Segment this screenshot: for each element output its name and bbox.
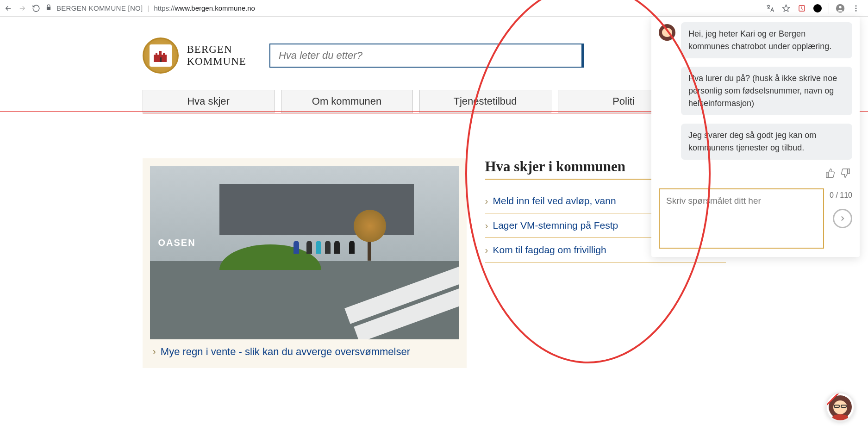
seal-icon: [143, 37, 179, 74]
site-logo[interactable]: BERGEN KOMMUNE: [143, 37, 246, 74]
chatbot-panel: Hei, jeg heter Kari og er Bergen kommune…: [651, 17, 860, 257]
site-search: [269, 44, 584, 68]
svg-point-5: [856, 10, 857, 11]
browser-toolbar: BERGEN KOMMUNE [NO] | https://www.bergen…: [0, 0, 868, 17]
browser-actions: [766, 3, 864, 14]
nav-tab-hva-skjer[interactable]: Hva skjer: [143, 90, 275, 113]
nav-tab-tjenestetilbud[interactable]: Tjenestetilbud: [419, 90, 551, 113]
kebab-menu-icon[interactable]: [851, 4, 861, 13]
feature-card[interactable]: OASEN › Mye regn i vente - slik kan du a…: [143, 158, 467, 368]
news-item-label: Lager VM-stemning på Festp: [493, 220, 618, 231]
search-button[interactable]: [581, 44, 584, 68]
chevron-right-icon: ›: [153, 346, 156, 358]
extension-dot-icon[interactable]: [813, 4, 822, 13]
page-content: BERGEN KOMMUNE Hva skjer Om kommunen Tje…: [143, 17, 726, 113]
chevron-right-icon: ›: [485, 220, 488, 231]
news-item-label: Kom til fagdag om frivilligh: [493, 244, 606, 256]
svg-point-2: [839, 6, 841, 8]
site-header: BERGEN KOMMUNE: [143, 37, 726, 90]
chat-bubble: Hei, jeg heter Kari og er Bergen kommune…: [681, 22, 852, 58]
chat-message: Jeg svarer deg så godt jeg kan om kommun…: [659, 124, 852, 160]
shield-icon[interactable]: [797, 4, 806, 13]
chat-input[interactable]: [659, 188, 824, 249]
star-icon[interactable]: [781, 4, 791, 13]
profile-icon[interactable]: [836, 4, 845, 13]
chat-bubble: Hva lurer du på? (husk å ikke skrive noe…: [681, 67, 852, 115]
chat-feedback: [651, 168, 860, 182]
url-text: https://www.bergen.kommune.no: [154, 4, 255, 12]
chat-send-button[interactable]: [833, 209, 852, 228]
feature-image: OASEN: [150, 166, 459, 339]
main-grid: OASEN › Mye regn i vente - slik kan du a…: [143, 134, 726, 382]
address-bar[interactable]: BERGEN KOMMUNE [NO] | https://www.bergen…: [45, 4, 761, 12]
nav-tab-om-kommunen[interactable]: Om kommunen: [281, 90, 413, 113]
translate-icon[interactable]: [766, 4, 775, 13]
chat-char-counter: 0 / 110: [830, 191, 852, 200]
site-identity: BERGEN KOMMUNE [NO]: [56, 4, 143, 12]
image-text-oasen: OASEN: [158, 237, 196, 248]
search-input[interactable]: [269, 44, 581, 68]
chat-input-area: 0 / 110: [659, 188, 852, 249]
forward-icon: [18, 4, 27, 13]
back-icon[interactable]: [4, 4, 13, 13]
feature-headline: Mye regn i vente - slik kan du avverge o…: [161, 346, 410, 358]
reload-icon[interactable]: [31, 4, 41, 13]
thumbs-down-icon[interactable]: [840, 168, 850, 178]
chatbot-avatar-icon: [659, 24, 675, 41]
svg-point-4: [856, 7, 857, 9]
chevron-right-icon: ›: [485, 244, 488, 256]
main-nav: Hva skjer Om kommunen Tjenestetilbud Pol…: [143, 90, 726, 113]
thumbs-up-icon[interactable]: [825, 168, 836, 178]
chat-message: Hei, jeg heter Kari og er Bergen kommune…: [659, 22, 852, 58]
divider: [829, 3, 829, 14]
chat-message: Hva lurer du på? (husk å ikke skrive noe…: [659, 67, 852, 115]
logo-text: BERGEN KOMMUNE: [187, 44, 246, 68]
news-item-label: Meld inn feil ved avløp, vann: [493, 195, 616, 206]
separator: |: [148, 4, 150, 12]
chevron-right-icon: ›: [485, 195, 488, 206]
chat-bubble: Jeg svarer deg så godt jeg kan om kommun…: [681, 124, 852, 160]
lock-icon: [45, 4, 52, 12]
feature-headline-link[interactable]: › Mye regn i vente - slik kan du avverge…: [150, 339, 459, 361]
chat-messages: Hei, jeg heter Kari og er Bergen kommune…: [651, 22, 860, 160]
svg-point-3: [856, 5, 857, 6]
